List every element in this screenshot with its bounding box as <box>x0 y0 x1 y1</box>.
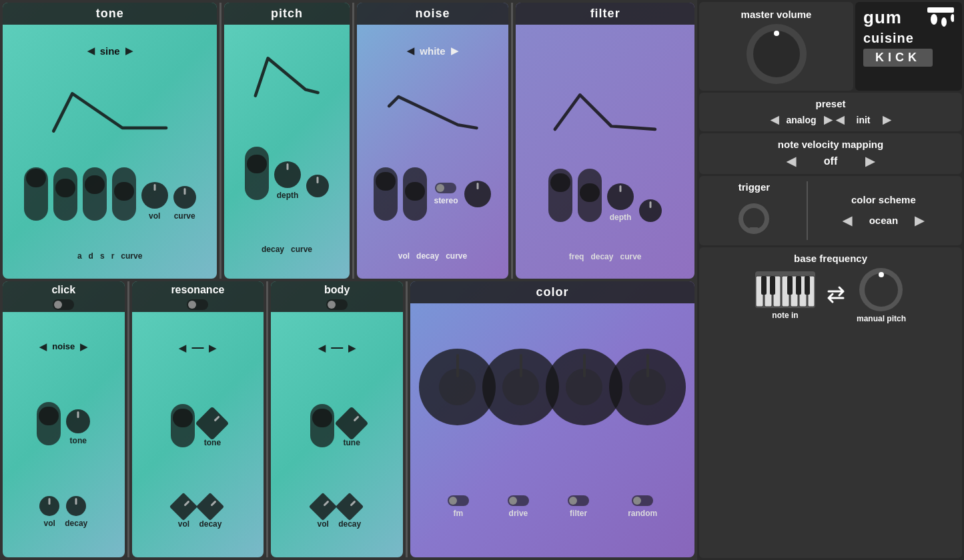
click-knob-decay[interactable]: decay <box>65 496 87 528</box>
svg-rect-16 <box>787 276 793 295</box>
resonance-prev-arrow[interactable]: ◀ <box>179 343 186 353</box>
body-slider-1[interactable] <box>310 404 334 447</box>
svg-point-2 <box>941 17 947 27</box>
color-random-toggle[interactable] <box>632 495 653 506</box>
color-drive-label: drive <box>509 509 528 518</box>
noise-slider-vol[interactable] <box>374 167 398 221</box>
sep-1 <box>219 3 221 279</box>
color-scheme-nav[interactable]: ◀ ocean ▶ <box>843 213 924 228</box>
click-prev-arrow[interactable]: ◀ <box>39 341 47 352</box>
noise-stereo-toggle[interactable] <box>435 183 456 193</box>
click-knob-vol[interactable]: vol <box>39 496 59 528</box>
pitch-knob-2[interactable] <box>306 175 329 200</box>
resonance-knob-tone[interactable]: tone <box>200 411 224 447</box>
tone-labels: a d s r curve <box>77 251 142 261</box>
click-header: click <box>3 281 125 297</box>
tone-knob-curve[interactable]: curve <box>173 186 196 221</box>
body-sliders: tune <box>274 404 400 447</box>
tone-prev-arrow[interactable]: ◀ <box>87 45 95 56</box>
resonance-nav[interactable]: ◀ — ▶ <box>179 341 216 355</box>
trigger-icon[interactable] <box>736 201 773 240</box>
filter-knob-curve[interactable] <box>639 199 662 222</box>
color-random-label: random <box>628 509 657 518</box>
color-drive-toggle[interactable] <box>508 495 529 506</box>
body-knobs-row: vol decay <box>274 497 400 529</box>
click-nav[interactable]: ◀ noise ▶ <box>39 341 87 352</box>
body-header: body <box>271 281 403 297</box>
resonance-nav-value: — <box>191 341 203 355</box>
noise-waveform-nav[interactable]: ◀ white ▶ <box>407 45 458 57</box>
noise-labels: vol decay curve <box>398 251 467 261</box>
resonance-knob-vol[interactable]: vol <box>173 497 193 529</box>
master-volume-section: master volume <box>699 2 853 91</box>
preset-analog-next[interactable]: ▶ <box>824 113 832 126</box>
resonance-slider-1[interactable] <box>171 404 195 447</box>
color-toggles-row: fm drive filter random <box>428 495 677 518</box>
filter-slider-freq[interactable] <box>548 169 572 222</box>
body-knob-tune[interactable]: tune <box>340 411 364 447</box>
svg-rect-14 <box>761 276 767 295</box>
tone-next-arrow[interactable]: ▶ <box>125 45 133 56</box>
click-next-arrow[interactable]: ▶ <box>80 341 87 352</box>
resonance-next-arrow[interactable]: ▶ <box>209 343 216 353</box>
velocity-prev-arrow[interactable]: ◀ <box>787 154 796 169</box>
noise-slider-decay[interactable] <box>403 167 427 221</box>
svg-point-1 <box>931 14 937 25</box>
pitch-slider-decay[interactable] <box>245 147 269 200</box>
color-filter-toggle[interactable] <box>568 495 589 506</box>
tone-slider-s[interactable] <box>83 167 107 221</box>
click-slider-1[interactable] <box>37 402 61 445</box>
svg-rect-18 <box>805 276 810 295</box>
master-volume-knob[interactable] <box>747 24 807 84</box>
body-knob-vol[interactable]: vol <box>313 497 333 529</box>
pitch-knob-curve[interactable]: depth <box>274 161 301 200</box>
noise-prev-arrow[interactable]: ◀ <box>407 45 414 56</box>
body-prev-arrow[interactable]: ◀ <box>318 343 326 353</box>
trigger-title: trigger <box>739 181 771 193</box>
click-knob-tone[interactable]: tone <box>66 409 90 445</box>
preset-analog-prev[interactable]: ◀ <box>771 113 779 126</box>
noise-waveform-value: white <box>420 45 445 57</box>
resonance-knob-decay[interactable]: decay <box>199 497 221 529</box>
base-frequency-title: base frequency <box>707 253 954 264</box>
noise-knob-curve[interactable] <box>464 181 491 207</box>
tone-sliders: vol curve <box>7 167 213 221</box>
preset-init-prev[interactable]: ◀ <box>836 113 844 126</box>
click-toggle[interactable] <box>53 299 74 310</box>
filter-knob-depth[interactable]: depth <box>607 183 634 222</box>
resonance-toggle[interactable] <box>187 299 208 310</box>
color-panel: color <box>410 281 694 557</box>
tone-slider-a[interactable] <box>24 167 48 221</box>
body-next-arrow[interactable]: ▶ <box>348 343 356 353</box>
tone-slider-r[interactable] <box>112 167 136 221</box>
tone-waveform-nav[interactable]: ◀ sine ▶ <box>87 45 133 57</box>
body-knob-decay[interactable]: decay <box>338 497 361 529</box>
base-freq-controls: note in <box>707 268 954 323</box>
tone-slider-d[interactable] <box>53 167 77 221</box>
tone-knob-vol[interactable]: vol <box>141 182 168 221</box>
preset-analog-nav[interactable]: ◀ analog ▶ <box>771 113 832 126</box>
color-knobs-row <box>422 352 682 422</box>
note-velocity-title: note velocity mapping <box>707 139 954 150</box>
body-nav[interactable]: ◀ — ▶ <box>318 341 356 355</box>
keyboard-icon[interactable] <box>755 271 815 308</box>
tone-panel: tone ◀ sine ▶ <box>3 3 217 279</box>
noise-next-arrow[interactable]: ▶ <box>451 45 458 56</box>
color-fm-toggle[interactable] <box>448 495 469 506</box>
color-knob-random[interactable] <box>609 349 686 425</box>
color-scheme-prev[interactable]: ◀ <box>843 213 852 228</box>
velocity-nav[interactable]: ◀ off ▶ <box>707 154 954 169</box>
preset-init-nav[interactable]: ◀ init ▶ <box>836 113 891 126</box>
note-in-label: note in <box>772 311 798 320</box>
swap-arrows-icon[interactable] <box>823 282 849 310</box>
sep-4 <box>127 281 129 557</box>
velocity-next-arrow[interactable]: ▶ <box>865 154 875 169</box>
color-header: color <box>410 281 694 303</box>
preset-analog-value: analog <box>781 115 821 125</box>
filter-slider-decay[interactable] <box>578 169 602 222</box>
preset-init-next[interactable]: ▶ <box>883 113 891 126</box>
body-toggle[interactable] <box>326 299 348 310</box>
pitch-labels: decay curve <box>262 245 312 254</box>
manual-pitch-knob[interactable] <box>859 268 903 311</box>
color-scheme-next[interactable]: ▶ <box>915 213 924 228</box>
